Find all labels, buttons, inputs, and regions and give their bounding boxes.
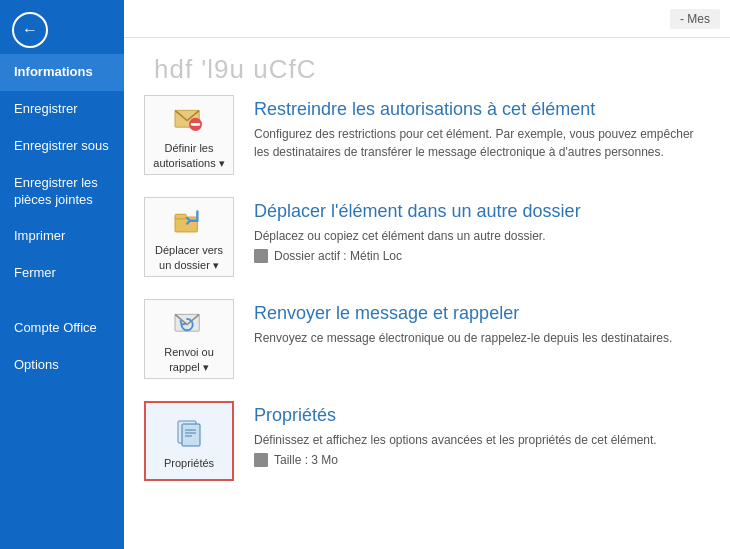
sidebar-item-compte-office[interactable]: Compte Office [0,310,124,347]
svg-rect-2 [191,123,200,126]
action-row-deplacer: Déplacer versun dossier ▾ Déplacer l'élé… [144,197,710,277]
action-row-autorisations: Définir lesautorisations ▾ Restreindre l… [144,95,710,175]
bullet-icon-proprietes [254,453,268,467]
action-desc-proprietes: Définissez et affichez les options avanc… [254,431,710,449]
bullet-icon-deplacer [254,249,268,263]
action-title-autorisations: Restreindre les autorisations à cet élém… [254,99,710,120]
sidebar: ← Informations Enregistrer Enregistrer s… [0,0,124,549]
action-sub-proprietes: Taille : 3 Mo [254,453,710,467]
svg-rect-7 [182,424,200,446]
top-bar-label: - Mes [670,9,720,29]
action-text-deplacer: Déplacer l'élément dans un autre dossier… [254,197,710,263]
action-sub-text-deplacer: Dossier actif : Métin Loc [274,249,402,263]
action-row-renvoi: Renvoi ourappel ▾ Renvoyer le message et… [144,299,710,379]
action-text-autorisations: Restreindre les autorisations à cet élém… [254,95,710,161]
action-title-renvoi: Renvoyer le message et rappeler [254,303,710,324]
sidebar-item-enregistrer[interactable]: Enregistrer [0,91,124,128]
action-sub-text-proprietes: Taille : 3 Mo [274,453,338,467]
action-desc-deplacer: Déplacez ou copiez cet élément dans un a… [254,227,710,245]
action-desc-renvoi: Renvoyez ce message électronique ou de r… [254,329,710,347]
action-icon-proprietes[interactable]: Propriétés [144,401,234,481]
action-row-proprietes: Propriétés Propriétés Définissez et affi… [144,401,710,481]
sidebar-item-options[interactable]: Options [0,347,124,384]
sidebar-item-informations[interactable]: Informations [0,54,124,91]
action-text-renvoi: Renvoyer le message et rappeler Renvoyez… [254,299,710,347]
svg-rect-4 [175,214,186,219]
sidebar-item-fermer[interactable]: Fermer [0,255,124,292]
actions-area: Définir lesautorisations ▾ Restreindre l… [124,95,730,549]
top-bar: - Mes [124,0,730,38]
action-sub-deplacer: Dossier actif : Métin Loc [254,249,710,263]
action-icon-renvoi[interactable]: Renvoi ourappel ▾ [144,299,234,379]
icon-label-autorisations: Définir lesautorisations ▾ [153,141,224,170]
sidebar-item-enregistrer-pj[interactable]: Enregistrer les pièces jointes [0,165,124,219]
main-content: - Mes hdf 'l9u uCfC Définir lesautorisat… [124,0,730,549]
action-desc-autorisations: Configurez des restrictions pour cet élé… [254,125,710,161]
icon-label-deplacer: Déplacer versun dossier ▾ [155,243,223,272]
back-button[interactable]: ← [12,12,48,48]
icon-label-renvoi: Renvoi ourappel ▾ [164,345,214,374]
action-icon-autorisations[interactable]: Définir lesautorisations ▾ [144,95,234,175]
sidebar-item-enregistrer-sous[interactable]: Enregistrer sous [0,128,124,165]
action-icon-deplacer[interactable]: Déplacer versun dossier ▾ [144,197,234,277]
icon-label-proprietes: Propriétés [164,456,214,470]
sidebar-item-imprimer[interactable]: Imprimer [0,218,124,255]
email-title: hdf 'l9u uCfC [124,38,730,95]
action-title-proprietes: Propriétés [254,405,710,426]
action-title-deplacer: Déplacer l'élément dans un autre dossier [254,201,710,222]
action-text-proprietes: Propriétés Définissez et affichez les op… [254,401,710,467]
